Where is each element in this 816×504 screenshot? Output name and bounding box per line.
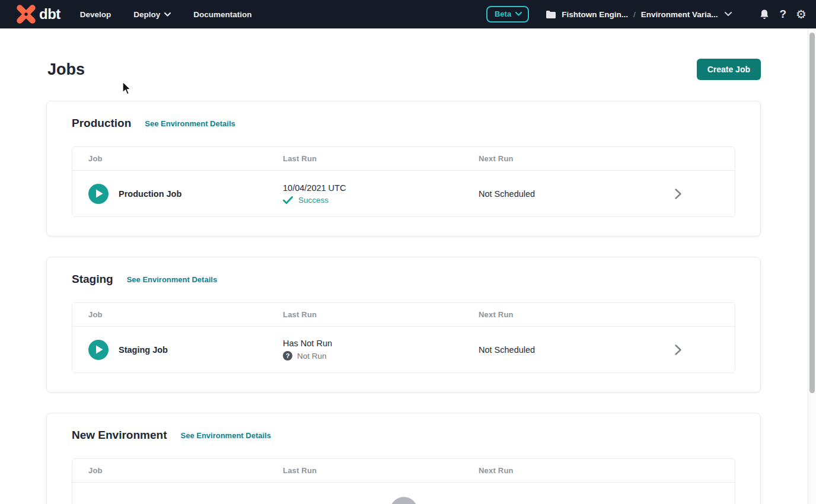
- row-chevron[interactable]: [675, 189, 735, 199]
- environment-card-staging: Staging See Environment Details Job Last…: [46, 257, 761, 393]
- play-icon: [95, 189, 103, 198]
- column-header-last-run: Last Run: [283, 310, 479, 319]
- chevron-right-icon: [675, 189, 681, 199]
- column-header-last-run: Last Run: [283, 466, 479, 475]
- jobs-table: Job Last Run Next Run ?: [72, 458, 735, 504]
- notifications-button[interactable]: [759, 9, 770, 20]
- last-run-date: 10/04/2021 UTC: [283, 183, 479, 193]
- status-label: Not Run: [297, 352, 327, 361]
- dbt-wordmark: dbt: [39, 6, 60, 23]
- environment-card-header: Staging See Environment Details: [72, 273, 735, 286]
- column-header-next-run: Next Run: [479, 310, 675, 319]
- column-header-last-run: Last Run: [283, 154, 479, 163]
- job-name: Production Job: [119, 189, 181, 199]
- settings-button[interactable]: ⚙: [796, 8, 807, 20]
- vertical-scrollbar-thumb[interactable]: [809, 33, 815, 393]
- nav-link-deploy[interactable]: Deploy: [133, 10, 171, 19]
- run-job-button[interactable]: [88, 184, 109, 204]
- column-header-next-run: Next Run: [479, 154, 675, 163]
- job-name: Staging Job: [119, 345, 168, 355]
- breadcrumb-separator: /: [633, 10, 636, 19]
- environment-name: Staging: [72, 273, 113, 286]
- beta-label: Beta: [495, 9, 511, 18]
- help-icon: ?: [779, 8, 786, 21]
- see-environment-details-link[interactable]: See Environment Details: [180, 431, 270, 440]
- breadcrumb: Fishtown Engin... / Environment Varia...: [546, 10, 732, 19]
- see-environment-details-link[interactable]: See Environment Details: [145, 119, 235, 128]
- vertical-scrollbar-track[interactable]: [808, 28, 816, 504]
- main-content: Jobs Create Job Production See Environme…: [46, 58, 761, 504]
- primary-nav: Develop Deploy Documentation: [80, 10, 275, 19]
- jobs-table: Job Last Run Next Run Staging Job Has No…: [72, 302, 735, 373]
- question-circle-icon: ?: [390, 497, 417, 504]
- nav-link-deploy-label: Deploy: [133, 10, 160, 19]
- dbt-logo-icon: [15, 4, 37, 25]
- environment-name: Production: [72, 117, 131, 130]
- top-nav: dbt Develop Deploy Documentation Beta Fi…: [0, 0, 816, 28]
- column-header-next-run: Next Run: [479, 466, 675, 475]
- gear-icon: ⚙: [796, 8, 807, 20]
- column-header-job: Job: [72, 154, 283, 163]
- nav-link-develop[interactable]: Develop: [80, 10, 111, 19]
- environment-card-header: New Environment See Environment Details: [72, 429, 735, 442]
- bell-icon: [759, 9, 770, 20]
- environment-card-new-environment: New Environment See Environment Details …: [46, 413, 761, 504]
- job-row-production[interactable]: Production Job 10/04/2021 UTC Success No…: [72, 171, 735, 216]
- breadcrumb-page[interactable]: Environment Varia...: [641, 10, 718, 19]
- last-run-cell: Has Not Run ? Not Run: [283, 339, 479, 361]
- jobs-table: Job Last Run Next Run Production Job 10/…: [72, 146, 735, 217]
- nav-icons: ? ⚙: [750, 8, 807, 21]
- jobs-table-header: Job Last Run Next Run: [72, 459, 735, 483]
- nav-link-documentation-label: Documentation: [193, 10, 251, 19]
- nav-right: Beta Fishtown Engin... / Environment Var…: [486, 6, 807, 23]
- column-header-job: Job: [72, 466, 283, 475]
- nav-link-documentation[interactable]: Documentation: [193, 10, 251, 19]
- next-run-cell: Not Scheduled: [479, 189, 675, 199]
- chevron-down-icon: [725, 12, 732, 17]
- help-button[interactable]: ?: [779, 8, 786, 21]
- jobs-table-header: Job Last Run Next Run: [72, 147, 735, 171]
- page-header: Jobs Create Job: [46, 58, 761, 81]
- empty-jobs-state: ?: [72, 483, 735, 504]
- page-title: Jobs: [47, 60, 85, 79]
- folder-icon: [546, 10, 556, 19]
- next-run-cell: Not Scheduled: [479, 345, 675, 355]
- chevron-down-icon: [515, 12, 522, 16]
- nav-link-develop-label: Develop: [80, 10, 111, 19]
- status-label: Success: [298, 196, 329, 205]
- environment-card-header: Production See Environment Details: [72, 117, 735, 130]
- play-icon: [95, 345, 103, 354]
- job-cell: Staging Job: [72, 340, 283, 360]
- beta-dropdown[interactable]: Beta: [486, 6, 529, 23]
- chevron-right-icon: [675, 344, 681, 355]
- run-job-button[interactable]: [88, 340, 109, 360]
- environment-card-production: Production See Environment Details Job L…: [46, 101, 761, 237]
- job-row-staging[interactable]: Staging Job Has Not Run ? Not Run Not Sc…: [72, 327, 735, 372]
- column-header-job: Job: [72, 310, 283, 319]
- breadcrumb-dropdown[interactable]: [725, 12, 732, 17]
- dbt-logo[interactable]: dbt: [15, 4, 60, 25]
- last-run-date: Has Not Run: [283, 339, 479, 348]
- chevron-down-icon: [164, 12, 171, 17]
- last-run-status: Success: [283, 196, 479, 205]
- job-cell: Production Job: [72, 184, 283, 204]
- last-run-cell: 10/04/2021 UTC Success: [283, 183, 479, 205]
- jobs-table-header: Job Last Run Next Run: [72, 303, 735, 327]
- create-job-button[interactable]: Create Job: [697, 59, 761, 80]
- row-chevron[interactable]: [675, 344, 735, 355]
- check-icon: [283, 196, 293, 204]
- breadcrumb-project[interactable]: Fishtown Engin...: [562, 10, 628, 19]
- environment-name: New Environment: [72, 429, 167, 442]
- see-environment-details-link[interactable]: See Environment Details: [127, 275, 217, 284]
- question-circle-icon: ?: [283, 351, 292, 361]
- last-run-status: ? Not Run: [283, 351, 479, 361]
